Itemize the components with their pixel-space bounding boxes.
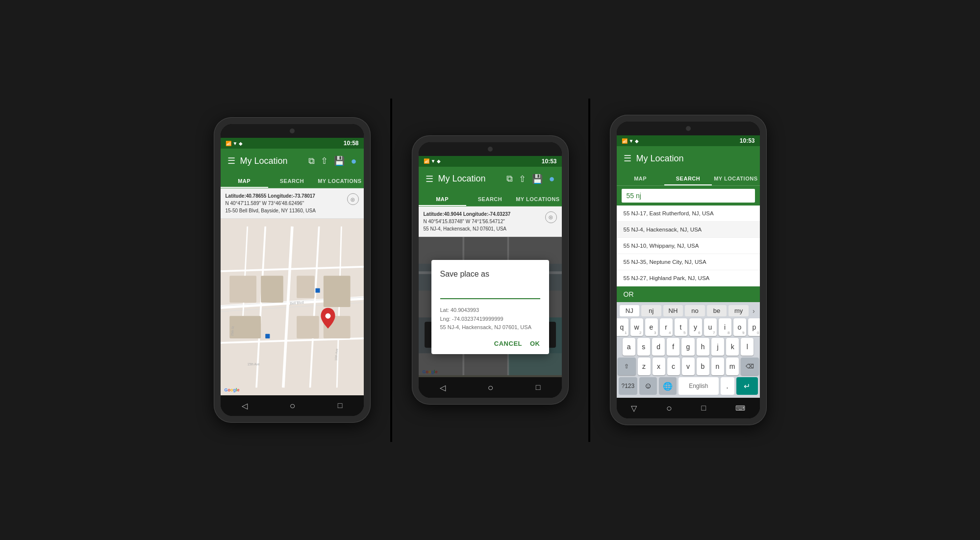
phone3-suggestions-area: 55 NJ-17, East Rutherford, NJ, USA 55 NJ… <box>617 206 760 302</box>
tab-mylocations-3[interactable]: MY LOCATIONS <box>712 171 759 185</box>
phone3-recent-btn[interactable]: □ <box>701 404 706 412</box>
tab-map-3[interactable]: MAP <box>617 171 664 185</box>
kb-key-y[interactable]: y6 <box>689 318 702 336</box>
suggestion-item-1[interactable]: 55 NJ-4, Hackensack, NJ, USA <box>617 222 760 238</box>
kb-key-l[interactable]: l <box>741 338 754 356</box>
kb-globe-key[interactable]: 🌐 <box>659 377 677 395</box>
phone2-back-btn[interactable]: ◁ <box>440 383 446 392</box>
kb-key-v[interactable]: v <box>682 358 695 375</box>
kb-word-nh[interactable]: NH <box>663 305 683 316</box>
phone1-copy-icon[interactable]: ⧉ <box>308 156 315 166</box>
tab-map-2[interactable]: MAP <box>419 191 466 206</box>
phone1-coords-line1: Latitude:40.78655 Longitude:-73.78017 <box>226 192 347 200</box>
kb-key-m[interactable]: m <box>726 358 739 375</box>
tab-search-3[interactable]: SEARCH <box>664 171 712 185</box>
kb-word-my[interactable]: my <box>729 305 749 316</box>
phone2-recent-btn[interactable]: □ <box>536 383 541 392</box>
kb-space-key[interactable]: English <box>678 377 718 395</box>
suggestion-item-3[interactable]: 55 NJ-35, Neptune City, NJ, USA <box>617 254 760 270</box>
phone1-back-btn[interactable]: ◁ <box>242 401 248 411</box>
kb-key-o[interactable]: o9 <box>733 318 746 336</box>
kb-key-b[interactable]: b <box>697 358 709 375</box>
phone2-save-icon[interactable]: 💾 <box>532 174 543 184</box>
svg-rect-26 <box>265 334 270 338</box>
phone1-share-icon[interactable]: ⇧ <box>321 155 328 166</box>
phone3-menu-icon[interactable]: ☰ <box>624 153 631 164</box>
phone2-ok-button[interactable]: OK <box>530 340 540 347</box>
phone2-copy-icon[interactable]: ⧉ <box>506 174 513 184</box>
kb-key-z[interactable]: z <box>638 358 651 375</box>
kb-key-t[interactable]: t5 <box>675 318 687 336</box>
phone2-home-btn[interactable]: ○ <box>488 382 494 393</box>
phone2-menu-icon[interactable]: ☰ <box>426 174 433 184</box>
phone1-menu-icon[interactable]: ☰ <box>227 155 235 166</box>
kb-numbers-key[interactable]: ?123 <box>619 377 638 395</box>
kb-backspace-key[interactable]: ⌫ <box>741 358 759 375</box>
kb-key-j[interactable]: j <box>711 338 724 356</box>
kb-emoji-key[interactable]: ☺ <box>639 377 657 395</box>
phone3-search-bar: 55 nj <box>617 186 760 206</box>
phone2-coords-line2: N 40°54'15.83748" W 74°1'56.54712" <box>424 218 545 225</box>
phone1-home-btn[interactable]: ○ <box>290 400 296 411</box>
kb-key-f[interactable]: f <box>667 338 679 356</box>
phone2-dialog-title: Save place as <box>440 270 540 279</box>
kb-word-nj[interactable]: NJ <box>620 305 640 316</box>
kb-key-q[interactable]: q1 <box>617 318 628 336</box>
phone1-map[interactable]: Bell Blvd 25th St 16th Ave 15th Ave Goog… <box>221 219 364 395</box>
phone1-save-icon[interactable]: 💾 <box>334 155 345 166</box>
phone3-home-btn[interactable]: ○ <box>666 403 672 414</box>
phone3-search-input[interactable]: 55 nj <box>622 189 755 203</box>
phone2-compass: ◎ <box>545 211 557 223</box>
kb-key-e[interactable]: e3 <box>645 318 658 336</box>
kb-shift-key[interactable]: ⇧ <box>618 358 636 375</box>
phone2-map[interactable]: Save place as Lat: 40.9043993 Lng: -74.0… <box>419 237 562 378</box>
kb-period-key[interactable]: . <box>721 377 734 395</box>
kb-enter-key[interactable]: ↵ <box>736 377 758 395</box>
phone2-dialog-lat: Lat: 40.9043993 <box>440 306 540 315</box>
kb-key-i[interactable]: i8 <box>719 318 731 336</box>
phone3-back-btn[interactable]: ▽ <box>631 404 637 413</box>
tab-search-2[interactable]: SEARCH <box>466 191 514 206</box>
phone2-toolbar-icons: ⧉ ⇧ 💾 ● <box>506 173 554 184</box>
divider-1 <box>390 99 392 442</box>
phone2-dialog-input[interactable] <box>440 286 540 299</box>
phone2-share-icon[interactable]: ⇧ <box>519 174 526 184</box>
kb-key-h[interactable]: h <box>697 338 709 356</box>
phone1-toolbar-icons: ⧉ ⇧ 💾 ● <box>308 155 356 167</box>
phone2-cancel-button[interactable]: CANCEL <box>494 340 522 347</box>
kb-key-u[interactable]: u7 <box>704 318 717 336</box>
tab-mylocations-1[interactable]: MY LOCATIONS <box>316 173 363 188</box>
tab-mylocations-2[interactable]: MY LOCATIONS <box>514 191 561 206</box>
kb-key-x[interactable]: x <box>653 358 665 375</box>
phone3-suggestion-list: 55 NJ-17, East Rutherford, NJ, USA 55 NJ… <box>617 206 760 286</box>
phone1-location-icon[interactable]: ● <box>351 155 356 167</box>
phone3-nav-bar: ▽ ○ □ ⌨ <box>617 398 760 418</box>
kb-key-r[interactable]: r4 <box>660 318 673 336</box>
phone3-keyboard-btn[interactable]: ⌨ <box>735 404 745 412</box>
kb-key-p[interactable]: p0 <box>748 318 760 336</box>
suggestion-item-4[interactable]: 55 NJ-27, Highland Park, NJ, USA <box>617 270 760 286</box>
phone1-app-bar: ☰ My Location ⧉ ⇧ 💾 ● <box>221 149 364 173</box>
kb-expand-icon[interactable]: › <box>751 306 757 316</box>
kb-key-n[interactable]: n <box>711 358 724 375</box>
svg-rect-16 <box>323 276 350 307</box>
tab-map-1[interactable]: MAP <box>221 173 268 188</box>
phone3-or-label: OR <box>617 286 760 302</box>
phone2-status-bar: 📶▼◆ 10:53 <box>419 156 562 167</box>
kb-key-d[interactable]: d <box>652 338 665 356</box>
suggestion-item-0[interactable]: 55 NJ-17, East Rutherford, NJ, USA <box>617 206 760 222</box>
phone2-location-icon[interactable]: ● <box>549 173 554 184</box>
kb-key-s[interactable]: s <box>637 338 650 356</box>
suggestion-item-2[interactable]: 55 NJ-10, Whippany, NJ, USA <box>617 238 760 254</box>
kb-key-g[interactable]: g <box>681 338 694 356</box>
kb-word-nj-lower[interactable]: nj <box>641 305 661 316</box>
kb-key-k[interactable]: k <box>726 338 739 356</box>
kb-word-no[interactable]: no <box>685 305 705 316</box>
kb-word-be[interactable]: be <box>707 305 727 316</box>
kb-key-w[interactable]: w2 <box>630 318 643 336</box>
kb-key-a[interactable]: a <box>623 338 635 356</box>
kb-key-c[interactable]: c <box>667 358 680 375</box>
phone2-status-icons: 📶▼◆ <box>424 158 441 164</box>
phone1-recent-btn[interactable]: □ <box>338 401 343 410</box>
tab-search-1[interactable]: SEARCH <box>268 173 316 188</box>
